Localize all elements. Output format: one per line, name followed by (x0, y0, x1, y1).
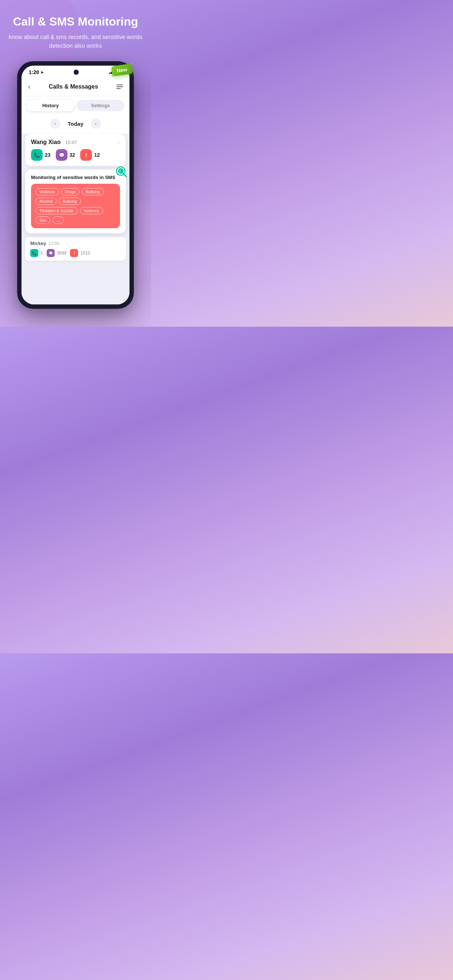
contact-header: Wang Xiao 15:07 › (31, 139, 120, 145)
location-icon: ➤ (40, 70, 43, 75)
tag-bullying-1: Bullying (82, 188, 104, 196)
status-time: 1:20 ➤ (29, 69, 43, 75)
stat-calls: 📞 23 (31, 149, 51, 161)
hero-title: Call & SMS Monitoring (13, 14, 138, 29)
phone-screen: 1:20 ➤ 🔋 ‹ Calls & Messages (22, 65, 129, 304)
mickey-alert-count: 1010 (80, 250, 90, 256)
camera-notch (74, 70, 79, 75)
mickey-calls: 📞 1 (30, 249, 43, 257)
tag-bullying-2: Bullying (59, 197, 81, 205)
tab-settings-label: Settings (91, 103, 110, 108)
date-nav: ‹ Today › (22, 115, 129, 134)
tag-alcohol: Alcohol (35, 197, 57, 205)
tag-sex: Sex (35, 216, 50, 224)
hero-subtitle: know about call & sms records, and sensi… (7, 33, 144, 50)
sensitive-popup: ! Monitoring of sensitive words in SMS V… (25, 170, 126, 233)
current-date: Today (67, 121, 83, 127)
screen-content: Wang Xiao 15:07 › 📞 23 (22, 134, 129, 304)
mickey-stats: 📞 1 💬 3688 ! (30, 249, 121, 257)
phone-mockup: New 1:20 ➤ 🔋 (17, 61, 134, 309)
contact-stats: 📞 23 💬 32 ! (31, 149, 120, 161)
prev-arrow-icon: ‹ (54, 121, 56, 126)
contact-name-row: Wang Xiao 15:07 (31, 139, 77, 145)
mickey-alerts: ! 1010 (70, 249, 90, 257)
mickey-message-icon: 💬 (47, 249, 55, 257)
contact-time: 15:07 (65, 140, 77, 145)
mickey-name: Mickey (30, 240, 46, 246)
menu-line-2 (116, 86, 123, 87)
contact-card-wang-xiao[interactable]: Wang Xiao 15:07 › 📞 23 (25, 134, 126, 166)
empty-space (25, 261, 126, 297)
mickey-header: Mickey 12:56 (30, 240, 121, 246)
contact-name: Wang Xiao (31, 139, 61, 145)
alert-count: 12 (94, 152, 100, 158)
prev-date-button[interactable]: ‹ (50, 118, 60, 129)
phone-frame: 1:20 ➤ 🔋 ‹ Calls & Messages (17, 61, 134, 309)
signal-bar-1 (109, 73, 110, 74)
tag-violence-1: Violence (35, 188, 59, 196)
mickey-call-count: 1 (40, 250, 43, 256)
mickey-phone-icon: 📞 (30, 249, 38, 257)
call-count: 23 (45, 152, 51, 158)
time-display: 1:20 (29, 69, 39, 75)
phone-icon: 📞 (31, 149, 43, 161)
alert-icon: ! (80, 149, 92, 161)
mickey-time: 12:56 (48, 241, 59, 246)
search-magnify-icon: ! (114, 164, 129, 180)
mickey-alert-icon: ! (70, 249, 78, 257)
tab-history[interactable]: History (27, 100, 74, 111)
app-title: Calls & Messages (49, 83, 98, 90)
tag-more: ... (53, 216, 64, 224)
sensitive-tags-container: Violence Drugs Bullying Alcohol Bullying… (31, 184, 120, 228)
menu-line-1 (116, 84, 123, 85)
message-icon: 💬 (56, 149, 67, 161)
back-button[interactable]: ‹ (28, 83, 30, 91)
tab-bar: History Settings (22, 96, 129, 115)
next-date-button[interactable]: › (91, 118, 101, 129)
tag-threaten-suicide: Threaten & Suicide (35, 207, 78, 215)
mickey-message-count: 3688 (57, 250, 67, 256)
menu-line-3 (116, 88, 121, 89)
popup-title: Monitoring of sensitive words in SMS (31, 175, 120, 180)
next-arrow-icon: › (95, 121, 97, 126)
tag-drugs: Drugs (61, 188, 80, 196)
stat-alerts: ! 12 (80, 149, 100, 161)
message-count: 32 (70, 152, 75, 158)
chevron-right-icon: › (118, 139, 120, 145)
tab-history-label: History (42, 103, 59, 108)
mickey-messages: 💬 3688 (47, 249, 67, 257)
tag-violence-2: Violence (80, 207, 103, 215)
svg-text:!: ! (119, 169, 121, 174)
contact-card-mickey[interactable]: Mickey 12:56 📞 1 💬 (25, 237, 126, 261)
stat-messages: 💬 32 (56, 149, 75, 161)
app-header: ‹ Calls & Messages (22, 77, 129, 96)
menu-button[interactable] (116, 84, 123, 89)
tab-settings[interactable]: Settings (77, 100, 124, 111)
